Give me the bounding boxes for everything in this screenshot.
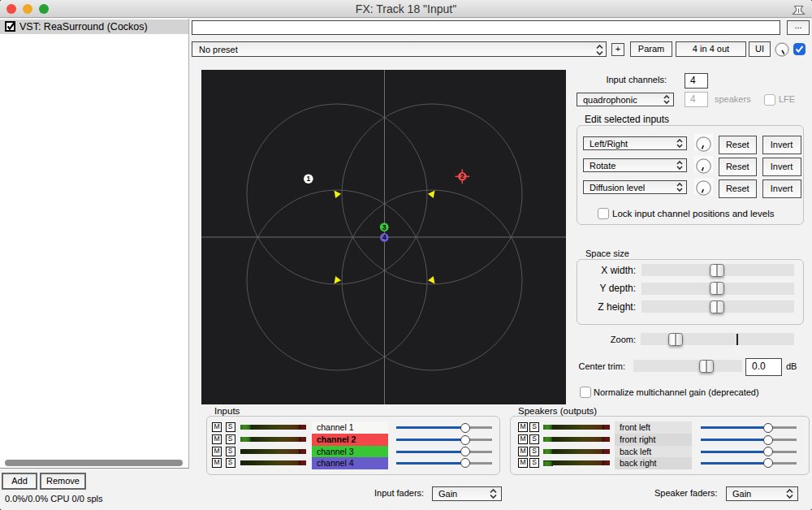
svg-text:4: 4: [382, 233, 387, 241]
svg-text:1: 1: [306, 175, 310, 183]
svg-text:2: 2: [460, 172, 464, 180]
svg-text:3: 3: [382, 223, 387, 231]
